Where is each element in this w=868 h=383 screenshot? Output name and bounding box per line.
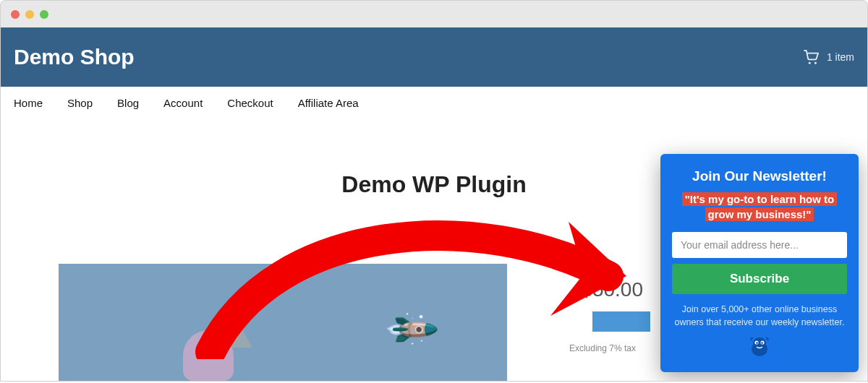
newsletter-footnote: Join over 5,000+ other online business o… [672, 303, 847, 329]
site-header: Demo Shop 1 item [1, 27, 867, 87]
newsletter-popup: Join Our Newsletter! "It's my go-to to l… [660, 154, 859, 372]
close-window-button[interactable] [11, 10, 20, 19]
newsletter-email-input[interactable] [672, 232, 847, 258]
svg-point-1 [814, 62, 817, 64]
subscribe-button[interactable]: Subscribe [672, 264, 847, 294]
price-bar [592, 311, 650, 332]
svg-point-0 [809, 62, 811, 64]
nav-item-affiliate[interactable]: Affiliate Area [298, 97, 359, 109]
cart-link[interactable]: 1 item [804, 50, 854, 64]
site-title: Demo Shop [14, 45, 135, 69]
nav-item-shop[interactable]: Shop [67, 97, 93, 109]
browser-chrome [0, 0, 868, 27]
svg-point-7 [761, 342, 762, 343]
nav-item-account[interactable]: Account [163, 97, 203, 109]
minimize-window-button[interactable] [25, 10, 34, 19]
svg-point-6 [756, 342, 757, 343]
cart-count-label: 1 item [827, 51, 854, 63]
tax-note: Excluding 7% tax [569, 343, 636, 353]
newsletter-quote: "It's my go-to to learn how to grow my b… [672, 192, 847, 222]
nav-item-home[interactable]: Home [14, 97, 43, 109]
nav-item-checkout[interactable]: Checkout [227, 97, 273, 109]
nav-item-blog[interactable]: Blog [117, 97, 139, 109]
window-controls [11, 10, 48, 19]
newsletter-mascot-icon [672, 336, 847, 362]
mascot-image [183, 330, 234, 381]
newsletter-title: Join Our Newsletter! [672, 168, 847, 184]
product-price: $50.00 [581, 278, 643, 301]
main-nav: Home Shop Blog Account Checkout Affiliat… [1, 87, 867, 121]
page-viewport: Demo Shop 1 item Home Shop Blog Account … [0, 27, 868, 382]
maximize-window-button[interactable] [40, 10, 48, 19]
cart-icon [804, 50, 820, 64]
product-image [59, 264, 507, 382]
